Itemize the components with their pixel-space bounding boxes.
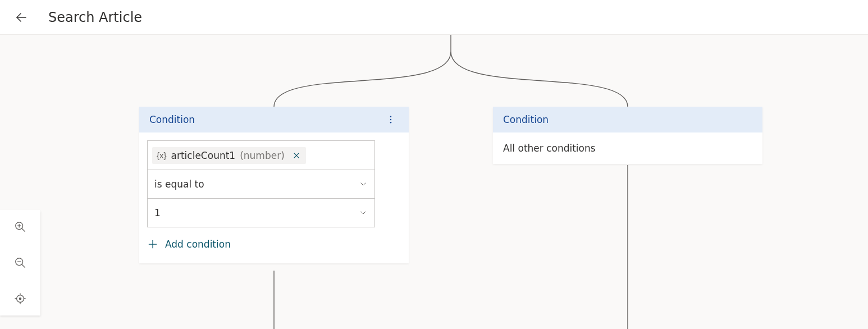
zoom-out-icon bbox=[14, 257, 26, 269]
condition-editor: {x} articleCount1 (number) is equal to bbox=[147, 140, 375, 227]
card-more-button[interactable] bbox=[383, 112, 399, 127]
condition-card[interactable]: Condition {x} articleCount1 (number) bbox=[139, 107, 409, 263]
zoom-in-icon bbox=[14, 221, 26, 233]
condition-variable-row[interactable]: {x} articleCount1 (number) bbox=[148, 141, 374, 170]
condition-card-body: {x} articleCount1 (number) is equal to bbox=[139, 132, 409, 263]
recenter-button[interactable] bbox=[10, 289, 30, 309]
variable-name: articleCount1 bbox=[171, 150, 236, 161]
condition-value-label: 1 bbox=[154, 207, 161, 218]
svg-point-6 bbox=[390, 122, 391, 123]
close-icon bbox=[293, 152, 300, 159]
zoom-toolbar bbox=[0, 210, 40, 316]
condition-card-header: Condition bbox=[139, 107, 409, 132]
zoom-out-button[interactable] bbox=[10, 253, 30, 273]
condition-card-else[interactable]: Condition All other conditions bbox=[493, 107, 762, 164]
condition-operator-label: is equal to bbox=[154, 179, 204, 190]
condition-value-dropdown[interactable]: 1 bbox=[148, 198, 374, 227]
svg-line-12 bbox=[22, 229, 25, 231]
variable-prefix-icon: {x} bbox=[157, 150, 167, 160]
chevron-down-icon bbox=[359, 180, 368, 189]
back-arrow-icon bbox=[15, 11, 28, 24]
svg-point-5 bbox=[390, 119, 391, 120]
plus-icon bbox=[147, 239, 158, 250]
add-condition-label: Add condition bbox=[165, 239, 231, 250]
svg-line-16 bbox=[22, 264, 25, 267]
condition-card-title: Condition bbox=[503, 114, 549, 125]
target-icon bbox=[14, 293, 26, 305]
svg-point-4 bbox=[390, 116, 391, 117]
header-bar: Search Article bbox=[0, 0, 868, 35]
variable-type: (number) bbox=[240, 150, 285, 161]
condition-card-title: Condition bbox=[149, 114, 195, 125]
zoom-in-button[interactable] bbox=[10, 217, 30, 237]
back-button[interactable] bbox=[10, 6, 33, 29]
more-vertical-icon bbox=[386, 115, 396, 125]
variable-chip: {x} articleCount1 (number) bbox=[152, 147, 306, 164]
condition-operator-dropdown[interactable]: is equal to bbox=[148, 170, 374, 198]
add-condition-button[interactable]: Add condition bbox=[147, 236, 231, 252]
condition-else-text: All other conditions bbox=[493, 132, 762, 164]
variable-remove-button[interactable] bbox=[289, 152, 301, 159]
flow-canvas: Condition {x} articleCount1 (number) bbox=[0, 35, 868, 329]
page-title: Search Article bbox=[48, 10, 142, 25]
condition-card-header: Condition bbox=[493, 107, 762, 132]
chevron-down-icon bbox=[359, 208, 368, 217]
svg-point-19 bbox=[19, 298, 21, 299]
flow-connectors bbox=[0, 35, 868, 329]
